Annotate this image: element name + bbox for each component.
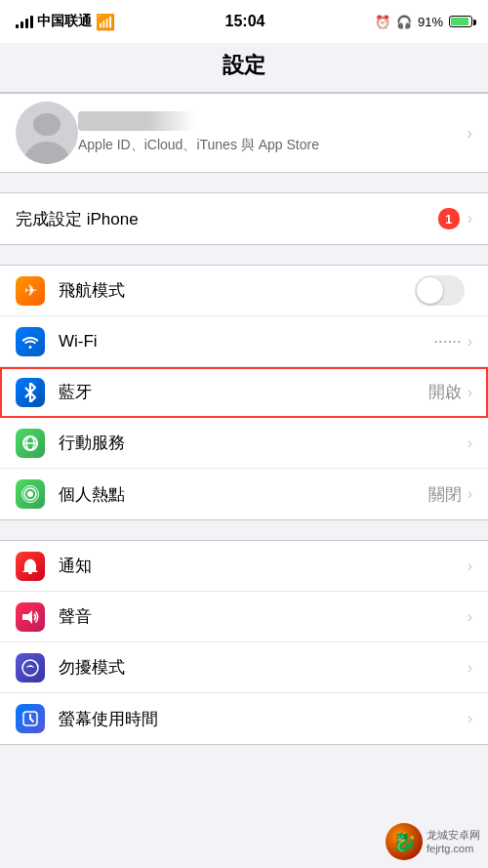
headphone-icon: 🎧 [396, 15, 412, 29]
airplane-label: 飛航模式 [59, 279, 415, 302]
battery-icon [449, 16, 472, 27]
svg-rect-6 [28, 572, 32, 574]
donotdisturb-chevron: › [468, 659, 472, 677]
notifications-chevron: › [468, 558, 472, 575]
bluetooth-row[interactable]: 藍牙 開啟 › [0, 367, 488, 418]
hotspot-label: 個人熱點 [59, 483, 428, 506]
page-title: 設定 [223, 53, 265, 77]
profile-subtitle: Apple ID、iCloud、iTunes 與 App Store [78, 136, 467, 155]
profile-name-blur [78, 111, 195, 131]
section-gap-1 [0, 173, 488, 192]
status-right: ⏰ 🎧 91% [375, 15, 472, 29]
sounds-label: 聲音 [59, 605, 468, 628]
profile-section[interactable]: Apple ID、iCloud、iTunes 與 App Store › [0, 93, 488, 173]
screentime-row[interactable]: 螢幕使用時間 › [0, 693, 488, 744]
bluetooth-label: 藍牙 [59, 381, 428, 403]
svg-point-3 [27, 491, 33, 497]
watermark-text: 龙城安卓网 fejrtg.com [427, 828, 480, 856]
complete-setup-badge: 1 [438, 208, 460, 229]
connectivity-group: ✈ 飛航模式 Wi-Fi ······ › [0, 265, 488, 520]
section-gap-2 [0, 245, 488, 265]
donotdisturb-icon [16, 653, 45, 682]
notifications-label: 通知 [59, 555, 468, 577]
toggle-thumb [417, 277, 443, 304]
cellular-icon [16, 429, 45, 458]
sounds-chevron: › [468, 608, 472, 626]
signal-bars [16, 16, 33, 28]
carrier-label: 中国联通 [37, 13, 92, 30]
watermark-icon: 🐉 [386, 823, 423, 860]
section-gap-3 [0, 520, 488, 540]
donotdisturb-label: 勿擾模式 [59, 656, 468, 679]
hotspot-chevron: › [468, 485, 472, 503]
watermark: 🐉 龙城安卓网 fejrtg.com [386, 823, 480, 860]
complete-setup-row[interactable]: 完成設定 iPhone 1 › [0, 193, 488, 244]
svg-marker-7 [22, 610, 32, 624]
battery-percent: 91% [418, 15, 443, 29]
sounds-row[interactable]: 聲音 › [0, 592, 488, 642]
notifications-group: 通知 › 聲音 › 勿擾模式 › [0, 540, 488, 745]
status-bar: 中国联通 📶 15:04 ⏰ 🎧 91% [0, 0, 488, 43]
screentime-icon [16, 704, 45, 733]
profile-chevron: › [467, 123, 472, 144]
wifi-status-icon: 📶 [96, 13, 115, 31]
screentime-chevron: › [468, 710, 472, 727]
airplane-toggle[interactable] [415, 275, 465, 306]
wifi-row[interactable]: Wi-Fi ······ › [0, 316, 488, 367]
wifi-value: ······ [433, 332, 461, 351]
status-left: 中国联通 📶 [16, 13, 115, 31]
cellular-label: 行動服務 [59, 432, 468, 454]
bluetooth-value: 開啟 [428, 381, 462, 403]
notifications-icon [16, 552, 45, 581]
donotdisturb-row[interactable]: 勿擾模式 › [0, 642, 488, 693]
avatar [16, 102, 78, 164]
complete-setup-chevron: › [468, 210, 472, 227]
bluetooth-chevron: › [468, 384, 472, 401]
profile-info: Apple ID、iCloud、iTunes 與 App Store [78, 111, 467, 155]
profile-row[interactable]: Apple ID、iCloud、iTunes 與 App Store › [0, 94, 488, 172]
hotspot-row[interactable]: 個人熱點 關閉 › [0, 469, 488, 519]
bluetooth-icon [16, 378, 45, 407]
wifi-chevron: › [468, 333, 472, 351]
airplane-row[interactable]: ✈ 飛航模式 [0, 266, 488, 316]
cellular-row[interactable]: 行動服務 › [0, 418, 488, 469]
battery-fill [451, 18, 468, 25]
screentime-label: 螢幕使用時間 [59, 708, 468, 730]
svg-line-10 [30, 719, 33, 722]
status-time: 15:04 [225, 13, 265, 30]
wifi-icon [16, 327, 45, 356]
alarm-icon: ⏰ [375, 15, 390, 29]
hotspot-icon [16, 479, 45, 509]
hotspot-value: 關閉 [428, 483, 462, 506]
nav-header: 設定 [0, 43, 488, 93]
complete-setup-group: 完成設定 iPhone 1 › [0, 192, 488, 245]
airplane-icon: ✈ [16, 276, 45, 306]
sounds-icon [16, 602, 45, 632]
cellular-chevron: › [468, 434, 472, 452]
notifications-row[interactable]: 通知 › [0, 541, 488, 592]
complete-setup-label: 完成設定 iPhone [16, 208, 438, 230]
wifi-label: Wi-Fi [59, 332, 433, 351]
